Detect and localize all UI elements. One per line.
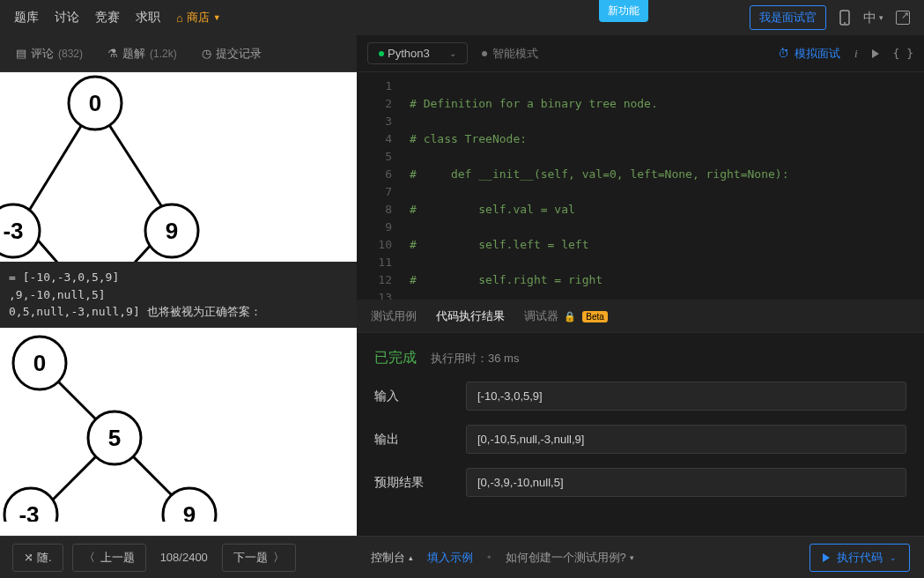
- chevron-right-icon: 〉: [273, 550, 285, 566]
- svg-point-1: [844, 22, 846, 24]
- lock-icon: 🔒: [564, 311, 576, 322]
- input-label: 输入: [374, 389, 445, 404]
- tree-diagram-2: 05-39: [0, 328, 229, 522]
- svg-text:0: 0: [33, 350, 46, 376]
- result-tabs: 测试用例 代码执行结果 调试器 🔒 Beta: [357, 300, 924, 333]
- svg-text:0: 0: [89, 90, 101, 116]
- smart-mode-toggle[interactable]: 智能模式: [482, 46, 538, 62]
- code-editor[interactable]: 12345678910111213 # Definition for a bin…: [357, 72, 924, 300]
- play-icon: [823, 553, 830, 562]
- prev-button[interactable]: 〈上一题: [72, 544, 146, 572]
- svg-text:5: 5: [108, 425, 121, 451]
- shuffle-icon: ⤨: [24, 551, 32, 564]
- status-dot: [379, 51, 384, 56]
- output-value[interactable]: [0,-10,5,null,-3,null,9]: [466, 425, 906, 454]
- line-gutter: 12345678910111213: [357, 72, 403, 300]
- new-feature-badge[interactable]: 新功能: [599, 0, 648, 22]
- tab-submissions[interactable]: ◷ 提交记录: [202, 46, 262, 62]
- beta-badge: Beta: [582, 311, 608, 322]
- tab-result[interactable]: 代码执行结果: [436, 300, 505, 333]
- svg-text:9: 9: [183, 501, 196, 522]
- next-button[interactable]: 下一题〉: [222, 544, 296, 572]
- caret-up-icon: ▴: [409, 553, 413, 562]
- flask-icon: ⚗: [107, 47, 118, 60]
- tab-testcase[interactable]: 测试用例: [371, 300, 417, 333]
- result-panel: 已完成 执行用时：36 ms 输入 [-10,-3,0,5,9] 输出 [0,-…: [357, 333, 924, 536]
- chevron-down-icon: ⌄: [449, 48, 456, 58]
- info-icon[interactable]: i: [854, 47, 858, 61]
- dot-icon: [482, 51, 487, 56]
- phone-icon[interactable]: [839, 9, 851, 26]
- svg-text:-3: -3: [3, 218, 23, 244]
- svg-text:9: 9: [166, 218, 178, 244]
- clock-icon: ◷: [202, 47, 211, 60]
- mock-interview-button[interactable]: ⏱ 模拟面试: [778, 46, 840, 62]
- tree-diagram-1: 0-395: [0, 72, 229, 262]
- desc-line: = [-10,-3,0,5,9]: [9, 269, 348, 286]
- tab-comments[interactable]: ▤ 评论 (832): [16, 46, 83, 62]
- nav-discuss[interactable]: 讨论: [55, 10, 79, 26]
- status-text: 已完成: [374, 349, 417, 367]
- svg-text:-3: -3: [18, 501, 39, 522]
- shuffle-button[interactable]: ⤨随.: [12, 544, 63, 572]
- timer-icon: ⏱: [778, 47, 789, 60]
- interviewer-button[interactable]: 我是面试官: [750, 5, 826, 30]
- comment-icon: ▤: [16, 47, 26, 60]
- nav-shop[interactable]: ⌂ 商店 ▼: [176, 10, 221, 26]
- bottom-bar: ⤨随. 〈上一题 108/2400 下一题〉 控制台 ▴ 填入示例 • 如何创建…: [0, 536, 924, 578]
- fullscreen-icon[interactable]: [896, 11, 910, 25]
- desc-line: ,9,-10,null,5]: [9, 286, 348, 304]
- left-panel: ▤ 评论 (832) ⚗ 题解 (1.2k) ◷ 提交记录: [0, 35, 357, 536]
- output-label: 输出: [374, 432, 445, 448]
- expected-value[interactable]: [0,-3,9,-10,null,5]: [466, 468, 906, 497]
- expected-label: 预期结果: [374, 475, 445, 491]
- run-code-button[interactable]: 执行代码 ⌄: [809, 544, 910, 572]
- format-icon[interactable]: { }: [893, 47, 913, 60]
- language-select[interactable]: Python3 ⌄: [367, 42, 468, 64]
- console-toggle[interactable]: 控制台 ▴: [371, 550, 413, 566]
- caret-down-icon: ▼: [213, 13, 221, 22]
- progress-indicator: 108/2400: [155, 551, 213, 564]
- input-value[interactable]: [-10,-3,0,5,9]: [466, 382, 906, 411]
- lang-switch[interactable]: 中 ▾: [863, 10, 883, 26]
- caret-down-icon: ▾: [630, 553, 634, 562]
- nav-jobs[interactable]: 求职: [136, 10, 160, 26]
- caret-down-icon: ⌄: [890, 553, 897, 562]
- right-panel: Python3 ⌄ 智能模式 ⏱ 模拟面试 i { }: [357, 35, 924, 536]
- top-nav: 题库 讨论 竞赛 求职 ⌂ 商店 ▼ 新功能 我是面试官 中 ▾: [0, 0, 924, 35]
- nav-problems[interactable]: 题库: [14, 10, 39, 26]
- shop-icon: ⌂: [176, 11, 183, 25]
- tab-solutions[interactable]: ⚗ 题解 (1.2k): [107, 46, 177, 62]
- tab-debugger[interactable]: 调试器 🔒 Beta: [524, 300, 608, 333]
- howto-link[interactable]: 如何创建一个测试用例? ▾: [506, 550, 634, 566]
- chevron-left-icon: 〈: [84, 550, 95, 566]
- fill-example-link[interactable]: 填入示例: [427, 550, 473, 566]
- description-content[interactable]: 0-395 = [-10,-3,0,5,9] ,9,-10,null,5] 0,…: [0, 72, 357, 536]
- play-icon[interactable]: [872, 49, 879, 58]
- nav-contest[interactable]: 竞赛: [95, 10, 120, 26]
